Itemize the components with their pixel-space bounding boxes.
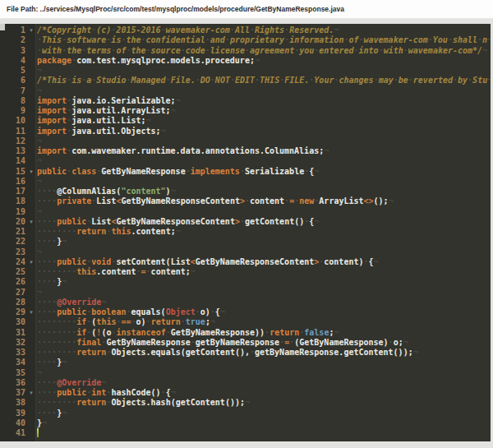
line-number: 33 bbox=[0, 348, 25, 358]
code-line: 33········return·Objects.equals(getConte… bbox=[0, 348, 491, 358]
code-line: 10import·java.util.List;¬ bbox=[0, 116, 491, 126]
eol-marker: ¬ bbox=[482, 46, 487, 55]
code-text: ····@ColumnAlias("content")¬ bbox=[37, 187, 491, 196]
fold-toggle-icon[interactable]: ▾ bbox=[25, 25, 37, 35]
fold-toggle-icon[interactable]: ▾ bbox=[25, 257, 37, 267]
code-line: 25········this.content·=·content;¬ bbox=[0, 267, 491, 277]
fold-toggle-icon bbox=[25, 76, 37, 85]
code-text: ····}¬ bbox=[37, 237, 491, 247]
line-number: 17 bbox=[0, 187, 25, 196]
eol-marker: ¬ bbox=[37, 207, 42, 216]
line-number: 18 bbox=[0, 196, 25, 206]
code-text: ····@Override¬ bbox=[37, 378, 491, 388]
eol-marker: ¬ bbox=[37, 86, 42, 95]
code-text: public·class·GetByNameResponse·implement… bbox=[37, 167, 491, 177]
line-number: 5 bbox=[0, 66, 25, 76]
fold-toggle-icon bbox=[25, 428, 37, 438]
code-text: ····public·void·setContent(List<GetByNam… bbox=[37, 257, 491, 267]
code-line: 21········return·this.content;¬ bbox=[0, 227, 491, 237]
code-text: ····public·boolean·equals(Object·o)·{¬ bbox=[37, 307, 491, 317]
code-text: import·java.io.Serializable;¬ bbox=[37, 96, 491, 106]
file-path-bar: File Path: ../services/MysqlProc/src/com… bbox=[0, 0, 493, 19]
fold-toggle-icon bbox=[25, 298, 37, 307]
editor-corner-decoration bbox=[0, 24, 5, 30]
code-text: ¬ bbox=[37, 177, 491, 187]
eol-marker: ¬ bbox=[210, 317, 215, 326]
text-cursor bbox=[37, 428, 39, 437]
fold-toggle-icon[interactable]: ▾ bbox=[25, 388, 37, 398]
code-line: 36····@Override¬ bbox=[0, 378, 491, 388]
line-number: 24 bbox=[0, 257, 25, 267]
eol-marker: ¬ bbox=[101, 298, 106, 307]
fold-toggle-icon bbox=[25, 409, 37, 418]
code-line: 20▾····public·List<GetByNameResponseCont… bbox=[0, 217, 491, 227]
line-number: 41 bbox=[0, 428, 25, 438]
fold-toggle-icon bbox=[25, 207, 37, 217]
eol-marker: ¬ bbox=[171, 388, 176, 397]
line-number: 28 bbox=[0, 298, 25, 307]
line-number: 30 bbox=[0, 317, 25, 327]
code-line: 3·with·the·terms·of·the·source·code·lice… bbox=[0, 46, 491, 56]
fold-toggle-icon bbox=[25, 368, 37, 378]
eol-marker: ¬ bbox=[62, 358, 67, 367]
code-line: 2·This·software·is·the·confidential·and·… bbox=[0, 35, 491, 45]
fold-toggle-icon bbox=[25, 288, 37, 298]
code-line: 18····private·List<GetByNameResponseCont… bbox=[0, 196, 491, 206]
line-number: 38 bbox=[0, 398, 25, 408]
code-line: 30········if·(this·==·o)·return·true;¬ bbox=[0, 317, 491, 327]
line-number: 15 bbox=[0, 167, 25, 177]
code-line: 9import·java.util.ArrayList;¬ bbox=[0, 106, 491, 116]
code-line: 14¬ bbox=[0, 156, 491, 166]
line-number: 6 bbox=[0, 76, 25, 85]
fold-toggle-icon bbox=[25, 338, 37, 348]
fold-toggle-icon bbox=[25, 196, 37, 206]
fold-toggle-icon bbox=[25, 317, 37, 327]
code-line: 31········if·(!(o·instanceof·GetByNameRe… bbox=[0, 328, 491, 338]
line-number: 8 bbox=[0, 96, 25, 106]
fold-toggle-icon bbox=[25, 136, 37, 146]
code-line: 7¬ bbox=[0, 86, 491, 96]
fold-toggle-icon bbox=[25, 378, 37, 388]
line-number: 10 bbox=[0, 116, 25, 126]
line-number: 22 bbox=[0, 237, 25, 247]
line-number: 23 bbox=[0, 247, 25, 257]
code-line: 38········return·Objects.hash(getContent… bbox=[0, 398, 491, 408]
code-text: ¬ bbox=[37, 136, 491, 146]
fold-toggle-icon bbox=[25, 358, 37, 367]
code-line: 41 bbox=[0, 428, 491, 438]
eol-marker: ¬ bbox=[37, 66, 42, 75]
code-line: 5¬ bbox=[0, 66, 491, 76]
fold-toggle-icon bbox=[25, 187, 37, 196]
eol-marker: ¬ bbox=[37, 177, 42, 186]
fold-toggle-icon[interactable]: ▾ bbox=[25, 167, 37, 177]
line-number: 4 bbox=[0, 56, 25, 66]
code-text: ¬ bbox=[37, 207, 491, 217]
line-number: 12 bbox=[0, 136, 25, 146]
fold-toggle-icon[interactable]: ▾ bbox=[25, 217, 37, 227]
fold-toggle-icon bbox=[25, 156, 37, 166]
eol-marker: ¬ bbox=[334, 25, 339, 35]
line-number: 3 bbox=[0, 46, 25, 56]
eol-marker: ¬ bbox=[374, 257, 379, 266]
line-number: 35 bbox=[0, 368, 25, 378]
line-number: 13 bbox=[0, 146, 25, 156]
code-line: 15▾public·class·GetByNameResponse·implem… bbox=[0, 167, 491, 177]
code-line: 34····}¬ bbox=[0, 358, 491, 367]
eol-marker: ¬ bbox=[101, 378, 106, 387]
code-line: 40}¬ bbox=[0, 418, 491, 428]
code-line: 29▾····public·boolean·equals(Object·o)·{… bbox=[0, 307, 491, 317]
code-editor[interactable]: 1▾/*Copyright·(c)·2015-2016·wavemaker-co… bbox=[0, 24, 491, 441]
fold-toggle-icon[interactable]: ▾ bbox=[25, 307, 37, 317]
eol-marker: ¬ bbox=[487, 35, 491, 44]
code-line: 28····@Override¬ bbox=[0, 298, 491, 307]
code-line: 19¬ bbox=[0, 207, 491, 217]
fold-toggle-icon bbox=[25, 227, 37, 237]
fold-toggle-icon bbox=[25, 418, 37, 428]
line-number: 27 bbox=[0, 288, 25, 298]
line-number: 11 bbox=[0, 127, 25, 136]
code-line: 27¬ bbox=[0, 288, 491, 298]
code-line: 39····}¬ bbox=[0, 409, 491, 418]
code-text: ¬ bbox=[37, 66, 491, 76]
eol-marker: ¬ bbox=[191, 267, 196, 276]
code-line: 12¬ bbox=[0, 136, 491, 146]
